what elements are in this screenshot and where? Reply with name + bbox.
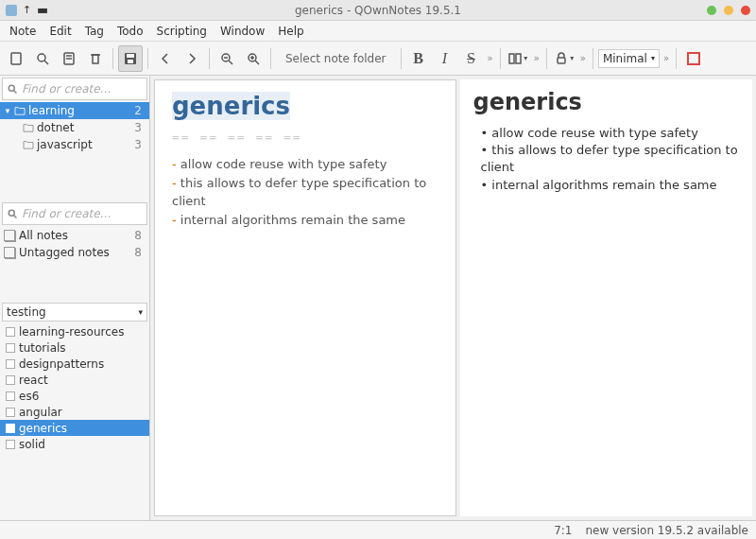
note-stack-icon bbox=[4, 230, 15, 241]
editor-rule: == == == == == bbox=[172, 130, 438, 144]
folder-icon bbox=[23, 123, 34, 132]
lock-more[interactable]: » bbox=[578, 53, 588, 63]
app-icon bbox=[6, 5, 17, 16]
note-item-tutorials[interactable]: tutorials bbox=[0, 339, 149, 356]
statusbar: 7:1 new version 19.5.2 available bbox=[0, 520, 756, 539]
sidebar: Find or create… ▾ learning 2 dotnet 3 ja… bbox=[0, 76, 150, 520]
svg-rect-18 bbox=[509, 54, 514, 63]
style-more[interactable]: » bbox=[662, 53, 671, 63]
menu-help[interactable]: Help bbox=[272, 23, 309, 40]
style-select[interactable]: Minimal▾ bbox=[598, 49, 660, 68]
svg-line-15 bbox=[255, 61, 259, 64]
back-button[interactable] bbox=[153, 45, 178, 72]
preview-item: internal algorithms remain the same bbox=[481, 177, 740, 194]
preview-item: allow code reuse with type safety bbox=[481, 125, 740, 142]
svg-rect-19 bbox=[516, 54, 521, 63]
edit-button[interactable] bbox=[57, 45, 81, 72]
folder-search-input[interactable]: Find or create… bbox=[2, 78, 147, 100]
close-button[interactable] bbox=[741, 6, 750, 15]
preview-list: allow code reuse with type safetythis al… bbox=[473, 125, 740, 194]
zoom-out-button[interactable] bbox=[215, 45, 239, 72]
cursor-position: 7:1 bbox=[554, 524, 572, 537]
menu-scripting[interactable]: Scripting bbox=[151, 23, 213, 40]
svg-rect-20 bbox=[558, 58, 565, 63]
new-note-button[interactable] bbox=[4, 45, 28, 72]
bold-button[interactable]: B bbox=[406, 45, 431, 72]
save-button[interactable] bbox=[118, 45, 143, 72]
note-stack-icon bbox=[4, 247, 15, 258]
note-search-input[interactable]: Find or create… bbox=[2, 202, 147, 225]
svg-point-1 bbox=[38, 54, 45, 61]
menu-window[interactable]: Window bbox=[215, 23, 270, 40]
folder-learning[interactable]: ▾ learning 2 bbox=[0, 102, 149, 119]
menu-edit[interactable]: Edit bbox=[43, 23, 77, 40]
toolbar: Select note folder B I S » ▾ » ▾ » Minim… bbox=[0, 42, 756, 76]
preview-item: this allows to defer type specification … bbox=[481, 142, 740, 176]
note-icon bbox=[6, 424, 15, 433]
window-title: generics - QOwnNotes 19.5.1 bbox=[0, 4, 756, 17]
menu-note[interactable]: Note bbox=[4, 23, 42, 40]
folder-select-label[interactable]: Select note folder bbox=[276, 52, 396, 65]
folder-javascript[interactable]: javascript 3 bbox=[0, 136, 149, 153]
svg-line-24 bbox=[14, 216, 17, 218]
menu-todo[interactable]: Todo bbox=[112, 23, 149, 40]
editor-line: - this allows to defer type specificatio… bbox=[172, 174, 438, 211]
editor-title: generics bbox=[172, 92, 290, 120]
menubar: Note Edit Tag Todo Scripting Window Help bbox=[0, 21, 756, 42]
note-icon bbox=[6, 440, 15, 449]
delete-button[interactable] bbox=[83, 45, 108, 72]
note-item-solid[interactable]: solid bbox=[0, 436, 149, 452]
panel-button[interactable]: ▾ bbox=[506, 45, 530, 72]
up-icon[interactable]: ↑ bbox=[23, 4, 31, 16]
svg-rect-6 bbox=[93, 55, 98, 63]
note-item-generics[interactable]: generics bbox=[0, 420, 149, 436]
editor-line: - internal algorithms remain the same bbox=[172, 211, 438, 230]
distraction-free-button[interactable] bbox=[681, 45, 706, 72]
lock-button[interactable]: ▾ bbox=[552, 45, 576, 72]
italic-button[interactable]: I bbox=[433, 45, 457, 72]
minimize-button[interactable] bbox=[707, 6, 716, 15]
svg-point-23 bbox=[9, 210, 14, 216]
note-item-learning-resources[interactable]: learning-resources bbox=[0, 323, 149, 339]
folder-dotnet[interactable]: dotnet 3 bbox=[0, 119, 149, 136]
titlebar: ↑ ▪▪ generics - QOwnNotes 19.5.1 bbox=[0, 0, 756, 21]
filter-all-notes[interactable]: All notes 8 bbox=[0, 227, 149, 244]
note-item-designpatterns[interactable]: designpatterns bbox=[0, 356, 149, 372]
editor-pane[interactable]: generics == == == == == - allow code reu… bbox=[154, 79, 456, 516]
svg-point-21 bbox=[9, 85, 14, 91]
menu-tag[interactable]: Tag bbox=[79, 23, 110, 40]
forward-button[interactable] bbox=[180, 45, 204, 72]
filter-untagged[interactable]: Untagged notes 8 bbox=[0, 244, 149, 261]
tag-select[interactable]: testing ▾ bbox=[2, 303, 147, 322]
svg-line-22 bbox=[14, 91, 17, 94]
note-icon bbox=[6, 343, 15, 353]
folder-tree: ▾ learning 2 dotnet 3 javascript 3 bbox=[0, 102, 149, 153]
note-item-angular[interactable]: angular bbox=[0, 404, 149, 420]
format-more[interactable]: » bbox=[486, 53, 495, 63]
maximize-button[interactable] bbox=[724, 6, 733, 15]
strike-button[interactable]: S bbox=[459, 45, 484, 72]
main-area: Find or create… ▾ learning 2 dotnet 3 ja… bbox=[0, 76, 756, 520]
search-button[interactable] bbox=[30, 45, 55, 72]
folder-icon bbox=[23, 140, 34, 149]
note-icon bbox=[6, 391, 15, 401]
preview-title: generics bbox=[473, 89, 740, 115]
preview-pane: generics allow code reuse with type safe… bbox=[460, 79, 753, 516]
editor-line: - allow code reuse with type safety bbox=[172, 155, 438, 174]
zoom-in-button[interactable] bbox=[241, 45, 266, 72]
note-icon bbox=[6, 359, 15, 369]
svg-line-12 bbox=[229, 61, 232, 64]
grid-icon[interactable]: ▪▪ bbox=[37, 5, 46, 15]
note-item-react[interactable]: react bbox=[0, 372, 149, 388]
panel-more[interactable]: » bbox=[532, 53, 541, 63]
svg-rect-10 bbox=[128, 60, 133, 63]
svg-line-2 bbox=[44, 61, 48, 64]
disclosure-icon[interactable]: ▾ bbox=[4, 106, 11, 115]
note-item-es6[interactable]: es6 bbox=[0, 388, 149, 404]
chevron-down-icon: ▾ bbox=[138, 307, 143, 317]
note-list: learning-resourcestutorialsdesignpattern… bbox=[0, 323, 149, 520]
note-icon bbox=[6, 327, 15, 337]
folder-icon bbox=[14, 106, 26, 115]
note-icon bbox=[6, 408, 15, 417]
svg-rect-9 bbox=[127, 54, 134, 58]
